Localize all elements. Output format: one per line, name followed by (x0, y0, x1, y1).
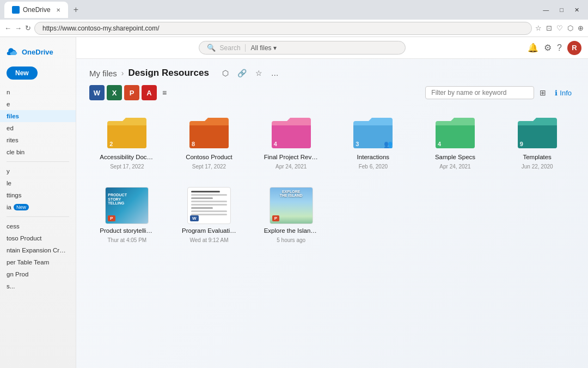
copy-link-icon[interactable]: 🔗 (235, 68, 249, 79)
sidebar-item-more[interactable]: s... (0, 280, 76, 292)
breadcrumb-myfiles[interactable]: My files (89, 69, 117, 78)
folder-icon-wrap: 3 👥 (351, 113, 395, 150)
close-button[interactable]: ✕ (570, 5, 584, 15)
sidebar-item-access[interactable]: cess (0, 220, 76, 232)
sidebar-item-settings[interactable]: ttings (0, 189, 76, 201)
sidebar-item-n[interactable]: n (0, 86, 76, 98)
back-icon[interactable]: ← (4, 24, 11, 32)
line (191, 201, 227, 202)
sidebar-item-design-prod[interactable]: gn Prod (0, 268, 76, 280)
app-container: OneDrive New n e files ed rites cle bin … (0, 37, 588, 368)
folder-date: Apr 24, 2021 (275, 164, 307, 170)
file-explore-island[interactable]: EXPLORETHE ISLAND P Explore the Island -… (253, 183, 329, 248)
info-icon: ℹ (555, 89, 558, 97)
line (191, 204, 227, 206)
sidebar-item-files[interactable]: files (0, 110, 76, 122)
search-bar[interactable]: 🔍 Search All files ▾ (199, 41, 406, 55)
filter-input[interactable] (425, 86, 534, 99)
tab-bar: OneDrive ✕ + (4, 2, 534, 18)
word-badge: W (190, 215, 199, 221)
new-badge-pill: New (14, 204, 29, 210)
file-product-storytelling[interactable]: PRODUCTSTORYTELLING P Product storytelli… (89, 183, 165, 248)
notification-icon[interactable]: 🔔 (528, 43, 538, 53)
extensions-icon[interactable]: ⬡ (567, 24, 573, 32)
folder-date: Feb 6, 2020 (359, 164, 388, 170)
forward-icon[interactable]: → (15, 24, 22, 32)
file-date: 5 hours ago (277, 237, 305, 243)
folder-icon-wrap: 2 (105, 113, 149, 150)
pdf-app-button[interactable]: A (142, 85, 157, 100)
star-folder-icon[interactable]: ☆ (253, 68, 265, 79)
sidebar-item-mountain[interactable]: ntain Expansion Crew... (0, 244, 76, 256)
sidebar-item-media[interactable]: ia New (0, 201, 76, 213)
sidebar-item-rites[interactable]: rites (0, 134, 76, 146)
restore-button[interactable]: □ (555, 5, 568, 15)
new-tab-button[interactable]: + (70, 4, 82, 16)
sidebar-item-ed[interactable]: ed (0, 122, 76, 134)
help-icon[interactable]: ? (557, 43, 562, 53)
app-header: 🔍 Search All files ▾ 🔔 ⚙ ? R (76, 37, 588, 59)
sidebar-item-supertable[interactable]: per Table Team (0, 256, 76, 268)
folder-templates[interactable]: 9 Templates Jun 22, 2020 (499, 109, 575, 174)
sidebar-item-le[interactable]: le (0, 177, 76, 189)
folder-icon-wrap: 8 (187, 113, 231, 150)
window-controls: — □ ✕ (538, 5, 584, 15)
folder-count: 9 (520, 141, 523, 147)
folder-interactions[interactable]: 3 👥 Interactions Feb 6, 2020 (335, 109, 411, 174)
line (191, 207, 213, 209)
toolbar: W X P A ≡ ⊞ ℹ Info (76, 83, 588, 105)
folder-name: Accessibility Documents (100, 154, 154, 160)
ppt-badge: P (108, 215, 115, 221)
ppt-app-button[interactable]: P (124, 85, 139, 100)
active-tab[interactable]: OneDrive ✕ (4, 2, 68, 18)
thumb-lines (188, 188, 230, 219)
user-avatar[interactable]: R (567, 41, 581, 55)
file-name: Product storytelling.pptx (100, 227, 154, 234)
excel-app-button[interactable]: X (107, 85, 122, 100)
address-bar: ← → ↻ ☆ ⊡ ♡ ⬡ ⊕ (0, 20, 588, 37)
sidebar-item-e[interactable]: e (0, 98, 76, 110)
info-button[interactable]: ℹ Info (552, 87, 575, 99)
file-name: Explore the Island - De... (264, 227, 318, 234)
breadcrumb-separator: › (121, 69, 124, 77)
folder-accessibility[interactable]: 2 Accessibility Documents Sept 17, 2022 (89, 109, 165, 174)
folder-sample-specs[interactable]: 4 Sample Specs Apr 24, 2021 (418, 109, 493, 174)
file-program-evaluation[interactable]: W Program Evaluation Re... Wed at 9:12 A… (171, 183, 247, 248)
address-input[interactable] (34, 22, 532, 35)
sidebar-divider (7, 161, 69, 162)
sidebar-item-contoso-product[interactable]: toso Product (0, 232, 76, 244)
more-actions-icon[interactable]: … (269, 68, 281, 79)
new-button[interactable]: New (7, 67, 38, 80)
minimize-button[interactable]: — (538, 5, 553, 15)
file-date: Wed at 9:12 AM (190, 237, 229, 243)
bookmark-star-icon[interactable]: ☆ (535, 24, 542, 32)
breadcrumb-current: Design Resources (128, 68, 209, 79)
all-files-dropdown[interactable]: All files ▾ (245, 44, 282, 52)
folder-date: Sept 17, 2022 (110, 164, 144, 170)
folder-count: 8 (192, 141, 195, 147)
sidebar: OneDrive New n e files ed rites cle bin … (0, 37, 76, 368)
refresh-icon[interactable]: ↻ (25, 24, 31, 32)
search-placeholder[interactable]: Search (220, 44, 241, 52)
folder-final-project[interactable]: 4 Final Project Review Apr 24, 2021 (253, 109, 329, 174)
folder-name: Interactions (357, 154, 389, 160)
folder-date: Jun 22, 2020 (522, 164, 553, 170)
folder-contoso[interactable]: 8 Contoso Product Sept 17, 2022 (171, 109, 247, 174)
folder-name: Contoso Product (186, 154, 232, 160)
onedrive-logo-icon (7, 46, 19, 58)
sidebar-item-bin[interactable]: cle bin (0, 146, 76, 158)
view-toggle-button[interactable]: ⊞ (536, 86, 549, 99)
ppt-badge-2: P (272, 215, 279, 221)
word-app-button[interactable]: W (89, 85, 105, 100)
thumb-bg: PRODUCTSTORYTELLING P (106, 188, 148, 224)
tab-close-btn[interactable]: ✕ (56, 7, 60, 13)
share-folder-icon[interactable]: ⬡ (220, 68, 231, 79)
info-label: Info (560, 89, 572, 97)
sidebar-item-y[interactable]: y (0, 165, 76, 177)
favorites-icon[interactable]: ♡ (556, 24, 563, 32)
settings-icon[interactable]: ⚙ (544, 43, 552, 53)
folder-count: 4 (274, 141, 277, 147)
profile-icon[interactable]: ⊕ (578, 24, 584, 32)
filter-toggle-button[interactable]: ≡ (159, 86, 170, 99)
tab-search-icon[interactable]: ⊡ (546, 24, 552, 32)
